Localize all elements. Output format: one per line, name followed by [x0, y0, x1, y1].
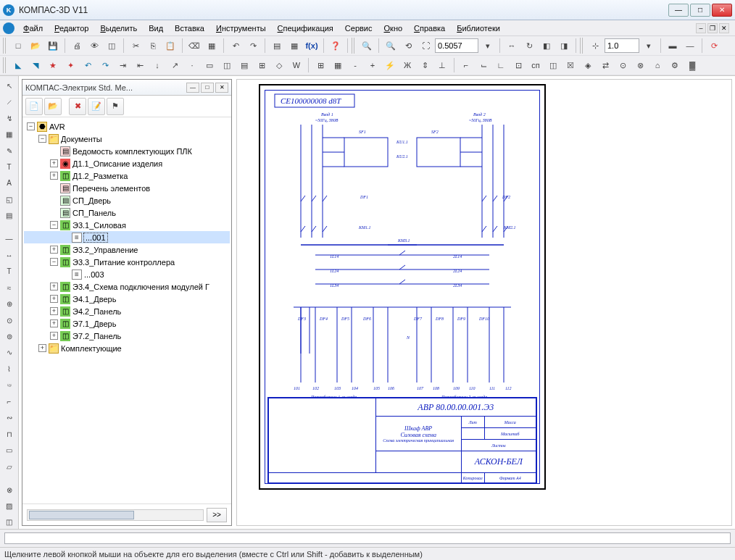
- tree-go-button[interactable]: >>: [207, 508, 227, 522]
- mdi-restore[interactable]: ❐: [707, 23, 718, 33]
- command-input[interactable]: [4, 532, 731, 544]
- tool-btn[interactable]: ⌐: [2, 395, 17, 408]
- save-button[interactable]: 💾: [45, 38, 61, 54]
- tool-btn[interactable]: ◥: [28, 57, 43, 73]
- tree-item-selected[interactable]: ≡...001: [24, 231, 230, 243]
- cut-button[interactable]: ✂: [128, 38, 144, 54]
- tree-opts[interactable]: ⚑: [107, 98, 124, 115]
- zoom-in-button[interactable]: 🔍: [359, 38, 375, 54]
- tree-item[interactable]: +◫Э7.2_Панель: [24, 330, 230, 342]
- tool-btn[interactable]: ↖: [2, 79, 17, 92]
- tool-btn[interactable]: ⌂: [649, 57, 665, 73]
- zoom-dropdown[interactable]: ▾: [480, 38, 496, 54]
- tool-btn[interactable]: ⇕: [417, 57, 433, 73]
- tool-btn[interactable]: ▭: [202, 57, 217, 73]
- tree-del[interactable]: ✖: [69, 98, 86, 115]
- help-cursor-button[interactable]: ❓: [328, 38, 344, 54]
- tree-item[interactable]: −◫Э3.1_Силовая: [24, 219, 230, 231]
- tool-btn[interactable]: ⊙: [2, 314, 17, 327]
- tool-btn[interactable]: ▤: [2, 209, 17, 222]
- rotate-button[interactable]: ↻: [521, 38, 537, 54]
- tree-item[interactable]: +◫Д1.2_Разметка: [24, 170, 230, 182]
- tool-btn[interactable]: A: [2, 177, 17, 190]
- tool-btn[interactable]: ⇄: [597, 57, 613, 73]
- tool-btn[interactable]: ⊕: [2, 297, 17, 310]
- tool-btn[interactable]: ▤: [236, 57, 252, 73]
- menu-select[interactable]: Выделить: [94, 22, 143, 34]
- tool-btn[interactable]: ⊗: [2, 483, 17, 496]
- tool-btn[interactable]: сп: [528, 57, 544, 73]
- drawing-canvas[interactable]: СЕ100000008 d8Т Ввод 1 ~50Гц, 380В Ввод …: [236, 79, 732, 526]
- tool-btn[interactable]: ◫: [104, 38, 120, 54]
- tool-btn[interactable]: ◣: [10, 57, 26, 73]
- tool-btn[interactable]: ◫: [2, 516, 17, 529]
- zoom-input[interactable]: [435, 38, 478, 53]
- tree-item[interactable]: +◫Э3.2_Управление: [24, 243, 230, 256]
- tree-item[interactable]: +◫Э3.4_Схема подключения модулей Г: [24, 280, 230, 293]
- tool-btn[interactable]: ↯: [2, 112, 17, 125]
- tool-btn[interactable]: ↶: [80, 57, 96, 73]
- close-button[interactable]: ✕: [712, 4, 732, 17]
- snap-button[interactable]: ⊹: [587, 38, 603, 54]
- tool-btn[interactable]: -: [347, 57, 363, 73]
- tree-node-docs[interactable]: −📁Документы: [24, 133, 230, 145]
- tool-btn[interactable]: ⊚: [2, 330, 17, 343]
- tree-node-components[interactable]: +📁Комплектующие: [24, 342, 230, 354]
- tool-btn[interactable]: ⊞: [312, 57, 328, 73]
- menu-tools[interactable]: Инструменты: [210, 22, 272, 34]
- mdi-close[interactable]: ✕: [719, 23, 729, 33]
- tool-btn[interactable]: ▓: [684, 57, 700, 73]
- tool-btn[interactable]: ⇥: [115, 57, 130, 73]
- tree-item[interactable]: +◫Э4.2_Панель: [24, 305, 230, 317]
- copy-button[interactable]: ⎘: [145, 38, 161, 54]
- menu-spec[interactable]: Спецификация: [272, 22, 339, 34]
- tree-item[interactable]: ≡...003: [24, 268, 230, 280]
- tool-btn[interactable]: ◈: [580, 57, 596, 73]
- tool-btn[interactable]: ☒: [562, 57, 578, 73]
- tool-btn[interactable]: ∾: [2, 411, 17, 425]
- tool-btn[interactable]: ⊗: [632, 57, 648, 73]
- minimize-button[interactable]: —: [668, 4, 689, 17]
- toolbar-grip[interactable]: [580, 38, 584, 54]
- menu-file[interactable]: Файл: [17, 22, 49, 34]
- tool-btn[interactable]: ★: [45, 57, 61, 73]
- tree-item[interactable]: ▤Ведомость комплектующих ПЛК: [24, 145, 230, 157]
- tool-btn[interactable]: ◧: [539, 38, 555, 54]
- redo-button[interactable]: ↷: [245, 38, 261, 54]
- tree-item[interactable]: ▤Перечень элементов: [24, 182, 230, 194]
- tool-btn[interactable]: ✎: [2, 144, 17, 157]
- tree-new[interactable]: 📄: [25, 98, 43, 115]
- tool-btn[interactable]: ▤: [269, 38, 285, 54]
- tree-item[interactable]: −◫Э3.3_Питание контроллера: [24, 256, 230, 268]
- tool-btn[interactable]: ⟋: [2, 95, 17, 108]
- tool-btn[interactable]: ◫: [219, 57, 235, 73]
- tool-btn[interactable]: ↗: [167, 57, 183, 73]
- tool-btn[interactable]: T: [2, 264, 17, 277]
- fx-button[interactable]: f(x): [304, 38, 320, 54]
- toolbar-grip[interactable]: [3, 57, 7, 73]
- menu-libs[interactable]: Библиотеки: [451, 22, 506, 34]
- tool-btn[interactable]: ⇤: [132, 57, 148, 73]
- tool-btn[interactable]: ≈: [2, 281, 17, 294]
- tool-btn[interactable]: ⊞: [254, 57, 270, 73]
- tool-btn[interactable]: ⚙: [667, 57, 683, 73]
- tree-item[interactable]: +◫Э7.1_Дверь: [24, 317, 230, 330]
- tool-btn[interactable]: ▦: [286, 38, 302, 54]
- tool-btn[interactable]: Ж: [399, 57, 415, 73]
- tool-btn[interactable]: ↷: [97, 57, 113, 73]
- tree-close[interactable]: ✕: [215, 83, 228, 93]
- menu-editor[interactable]: Редактор: [49, 22, 94, 34]
- tool-btn[interactable]: ▱: [2, 460, 17, 473]
- zoom-all-button[interactable]: ⛶: [418, 38, 433, 54]
- tool-btn[interactable]: ▭: [2, 443, 17, 456]
- tool-btn[interactable]: ·: [184, 57, 200, 73]
- tree-item[interactable]: ▤СП_Панель: [24, 206, 230, 219]
- pan-button[interactable]: ↔: [504, 38, 520, 54]
- tool-btn[interactable]: ⌫: [186, 38, 202, 54]
- scale-dropdown[interactable]: ▾: [641, 38, 657, 54]
- tree-node-avr[interactable]: −⬣AVR: [24, 120, 230, 133]
- menu-insert[interactable]: Вставка: [169, 22, 210, 34]
- undo-button[interactable]: ↶: [228, 38, 244, 54]
- scale-input[interactable]: [605, 38, 639, 53]
- tool-btn[interactable]: ▦: [204, 38, 220, 54]
